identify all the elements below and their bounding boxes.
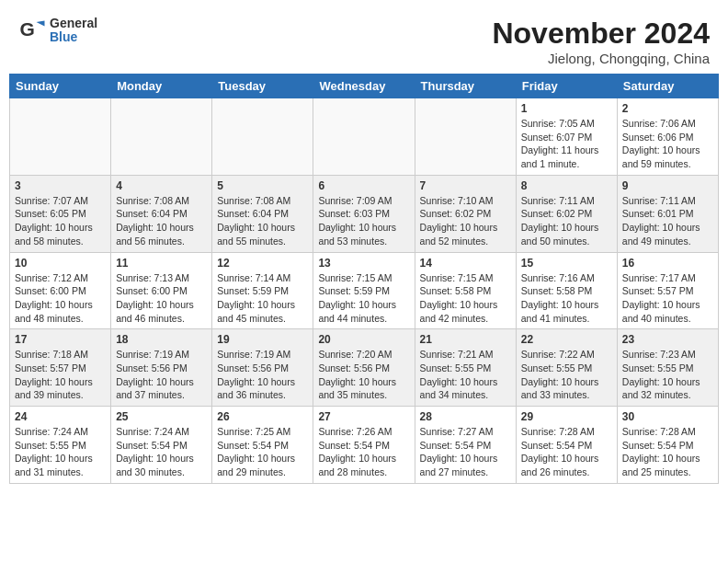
calendar-day-cell: 21Sunrise: 7:21 AM Sunset: 5:55 PM Dayli…	[415, 329, 516, 407]
day-info: Sunrise: 7:12 AM Sunset: 6:00 PM Dayligh…	[15, 271, 106, 326]
day-info: Sunrise: 7:17 AM Sunset: 5:57 PM Dayligh…	[622, 271, 713, 326]
logo-icon: G	[18, 17, 46, 44]
day-number: 11	[116, 257, 207, 270]
day-info: Sunrise: 7:07 AM Sunset: 6:05 PM Dayligh…	[15, 194, 106, 248]
day-info: Sunrise: 7:14 AM Sunset: 5:59 PM Dayligh…	[217, 271, 308, 326]
weekday-header: Saturday	[617, 75, 718, 98]
day-number: 26	[217, 410, 308, 423]
day-number: 15	[521, 257, 612, 270]
day-number: 28	[420, 410, 511, 423]
day-number: 27	[318, 410, 409, 423]
day-number: 6	[318, 179, 409, 192]
day-info: Sunrise: 7:09 AM Sunset: 6:03 PM Dayligh…	[318, 194, 409, 248]
calendar-day-cell	[415, 98, 516, 176]
calendar-day-cell: 25Sunrise: 7:24 AM Sunset: 5:54 PM Dayli…	[111, 407, 212, 484]
day-number: 10	[15, 257, 106, 270]
calendar-day-cell: 18Sunrise: 7:19 AM Sunset: 5:56 PM Dayli…	[111, 329, 212, 407]
day-info: Sunrise: 7:23 AM Sunset: 5:55 PM Dayligh…	[622, 348, 713, 402]
day-info: Sunrise: 7:27 AM Sunset: 5:54 PM Dayligh…	[420, 425, 511, 479]
logo: G General Blue	[18, 17, 97, 45]
calendar-day-cell: 15Sunrise: 7:16 AM Sunset: 5:58 PM Dayli…	[516, 252, 617, 329]
day-number: 17	[15, 333, 106, 346]
calendar-day-cell: 3Sunrise: 7:07 AM Sunset: 6:05 PM Daylig…	[10, 175, 111, 252]
logo-text: General Blue	[50, 17, 97, 45]
day-number: 19	[217, 333, 308, 346]
day-info: Sunrise: 7:15 AM Sunset: 5:58 PM Dayligh…	[420, 271, 511, 326]
calendar-day-cell: 7Sunrise: 7:10 AM Sunset: 6:02 PM Daylig…	[415, 175, 516, 252]
calendar-day-cell: 4Sunrise: 7:08 AM Sunset: 6:04 PM Daylig…	[111, 175, 212, 252]
day-number: 13	[318, 257, 409, 270]
day-info: Sunrise: 7:28 AM Sunset: 5:54 PM Dayligh…	[521, 425, 612, 479]
day-info: Sunrise: 7:16 AM Sunset: 5:58 PM Dayligh…	[521, 271, 612, 326]
calendar-day-cell: 14Sunrise: 7:15 AM Sunset: 5:58 PM Dayli…	[415, 252, 516, 329]
calendar-day-cell	[212, 98, 313, 176]
weekday-header: Wednesday	[313, 75, 415, 98]
calendar-day-cell: 10Sunrise: 7:12 AM Sunset: 6:00 PM Dayli…	[10, 252, 111, 329]
day-number: 30	[622, 410, 713, 423]
weekday-header: Friday	[516, 75, 617, 98]
weekday-header: Monday	[111, 75, 212, 98]
calendar-day-cell: 1Sunrise: 7:05 AM Sunset: 6:07 PM Daylig…	[516, 98, 617, 176]
day-number: 29	[521, 410, 612, 423]
location: Jielong, Chongqing, China	[492, 51, 710, 66]
svg-marker-1	[37, 21, 45, 27]
day-number: 21	[420, 333, 511, 346]
day-info: Sunrise: 7:24 AM Sunset: 5:55 PM Dayligh…	[15, 425, 106, 479]
day-number: 22	[521, 333, 612, 346]
calendar-day-cell	[10, 98, 111, 176]
calendar-week-row: 24Sunrise: 7:24 AM Sunset: 5:55 PM Dayli…	[10, 407, 719, 484]
day-info: Sunrise: 7:08 AM Sunset: 6:04 PM Dayligh…	[116, 194, 207, 248]
calendar-day-cell: 17Sunrise: 7:18 AM Sunset: 5:57 PM Dayli…	[10, 329, 111, 407]
calendar-day-cell: 19Sunrise: 7:19 AM Sunset: 5:56 PM Dayli…	[212, 329, 313, 407]
day-number: 12	[217, 257, 308, 270]
calendar-table: SundayMondayTuesdayWednesdayThursdayFrid…	[9, 74, 719, 484]
calendar-day-cell: 2Sunrise: 7:06 AM Sunset: 6:06 PM Daylig…	[617, 98, 718, 176]
calendar-week-row: 1Sunrise: 7:05 AM Sunset: 6:07 PM Daylig…	[10, 98, 719, 176]
calendar-day-cell: 24Sunrise: 7:24 AM Sunset: 5:55 PM Dayli…	[10, 407, 111, 484]
calendar-day-cell: 5Sunrise: 7:08 AM Sunset: 6:04 PM Daylig…	[212, 175, 313, 252]
calendar-week-row: 10Sunrise: 7:12 AM Sunset: 6:00 PM Dayli…	[10, 252, 719, 329]
day-info: Sunrise: 7:08 AM Sunset: 6:04 PM Dayligh…	[217, 194, 308, 248]
day-number: 2	[622, 102, 713, 115]
calendar-day-cell: 11Sunrise: 7:13 AM Sunset: 6:00 PM Dayli…	[111, 252, 212, 329]
day-info: Sunrise: 7:25 AM Sunset: 5:54 PM Dayligh…	[217, 425, 308, 479]
day-info: Sunrise: 7:11 AM Sunset: 6:01 PM Dayligh…	[622, 194, 713, 248]
logo-general: General	[50, 17, 97, 30]
calendar-day-cell: 12Sunrise: 7:14 AM Sunset: 5:59 PM Dayli…	[212, 252, 313, 329]
day-number: 7	[420, 179, 511, 192]
day-info: Sunrise: 7:19 AM Sunset: 5:56 PM Dayligh…	[217, 348, 308, 402]
calendar-day-cell: 13Sunrise: 7:15 AM Sunset: 5:59 PM Dayli…	[313, 252, 415, 329]
calendar-day-cell: 26Sunrise: 7:25 AM Sunset: 5:54 PM Dayli…	[212, 407, 313, 484]
calendar-day-cell: 8Sunrise: 7:11 AM Sunset: 6:02 PM Daylig…	[516, 175, 617, 252]
calendar-day-cell: 22Sunrise: 7:22 AM Sunset: 5:55 PM Dayli…	[516, 329, 617, 407]
calendar-day-cell: 9Sunrise: 7:11 AM Sunset: 6:01 PM Daylig…	[617, 175, 718, 252]
day-info: Sunrise: 7:06 AM Sunset: 6:06 PM Dayligh…	[622, 117, 713, 171]
weekday-header: Tuesday	[212, 75, 313, 98]
weekday-header: Sunday	[10, 75, 111, 98]
day-info: Sunrise: 7:10 AM Sunset: 6:02 PM Dayligh…	[420, 194, 511, 248]
day-number: 1	[521, 102, 612, 115]
day-number: 4	[116, 179, 207, 192]
day-number: 25	[116, 410, 207, 423]
calendar-day-cell: 16Sunrise: 7:17 AM Sunset: 5:57 PM Dayli…	[617, 252, 718, 329]
day-info: Sunrise: 7:21 AM Sunset: 5:55 PM Dayligh…	[420, 348, 511, 402]
day-info: Sunrise: 7:20 AM Sunset: 5:56 PM Dayligh…	[318, 348, 409, 402]
day-number: 5	[217, 179, 308, 192]
calendar-day-cell: 20Sunrise: 7:20 AM Sunset: 5:56 PM Dayli…	[313, 329, 415, 407]
calendar-day-cell: 29Sunrise: 7:28 AM Sunset: 5:54 PM Dayli…	[516, 407, 617, 484]
svg-text:G: G	[20, 18, 35, 40]
day-number: 20	[318, 333, 409, 346]
day-number: 8	[521, 179, 612, 192]
logo-blue: Blue	[50, 30, 97, 44]
title-block: November 2024 Jielong, Chongqing, China	[492, 17, 710, 66]
calendar-day-cell: 28Sunrise: 7:27 AM Sunset: 5:54 PM Dayli…	[415, 407, 516, 484]
calendar-day-cell: 27Sunrise: 7:26 AM Sunset: 5:54 PM Dayli…	[313, 407, 415, 484]
day-info: Sunrise: 7:26 AM Sunset: 5:54 PM Dayligh…	[318, 425, 409, 479]
calendar-day-cell	[111, 98, 212, 176]
weekday-header: Thursday	[415, 75, 516, 98]
day-info: Sunrise: 7:19 AM Sunset: 5:56 PM Dayligh…	[116, 348, 207, 402]
calendar-day-cell: 30Sunrise: 7:28 AM Sunset: 5:54 PM Dayli…	[617, 407, 718, 484]
day-number: 18	[116, 333, 207, 346]
calendar-day-cell: 23Sunrise: 7:23 AM Sunset: 5:55 PM Dayli…	[617, 329, 718, 407]
day-info: Sunrise: 7:15 AM Sunset: 5:59 PM Dayligh…	[318, 271, 409, 326]
